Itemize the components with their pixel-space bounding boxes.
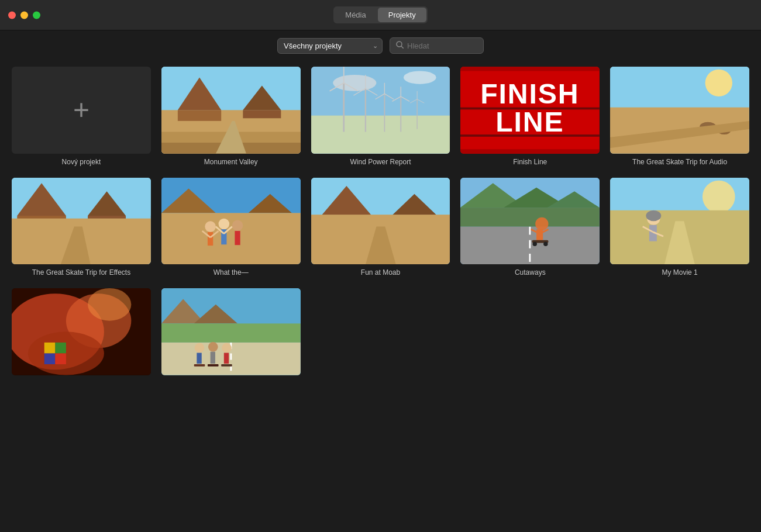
- plus-icon: +: [73, 96, 89, 124]
- svg-rect-63: [161, 213, 301, 264]
- project-thumbnail-what-the: [161, 178, 301, 265]
- project-item12[interactable]: [161, 288, 301, 379]
- projects-area: + Nový projekt: [0, 61, 761, 530]
- project-thumbnail-cutaways: [460, 178, 600, 265]
- close-button[interactable]: [8, 11, 16, 19]
- filter-select[interactable]: Všechny projekty Filmy Upoutávky: [277, 38, 383, 54]
- svg-rect-120: [161, 324, 301, 343]
- svg-rect-16: [311, 116, 450, 154]
- search-icon: [396, 41, 404, 50]
- svg-rect-115: [55, 354, 66, 365]
- svg-text:LINE: LINE: [496, 106, 564, 137]
- project-cutaways[interactable]: Cutaways: [460, 178, 600, 277]
- title-bar: Média Projekty: [0, 0, 761, 30]
- svg-rect-128: [224, 353, 229, 364]
- traffic-lights: [8, 11, 40, 19]
- svg-point-64: [205, 221, 216, 232]
- project-name-monument-valley: Monument Valley: [204, 158, 258, 166]
- project-name-fun-at-moab: Fun at Moab: [361, 268, 400, 277]
- svg-line-1: [401, 46, 404, 49]
- svg-point-125: [208, 342, 218, 352]
- project-name-my-movie: My Movie 1: [662, 268, 697, 277]
- project-thumbnail-monument-valley: [161, 67, 301, 154]
- svg-rect-114: [44, 354, 56, 365]
- svg-rect-8: [243, 110, 281, 118]
- svg-point-90: [536, 217, 549, 230]
- project-name-what-the: What the—: [214, 268, 249, 277]
- svg-rect-91: [536, 229, 543, 240]
- svg-rect-130: [208, 364, 219, 367]
- project-name-great-skate-audio: The Great Skate Trip for Audio: [632, 158, 727, 166]
- search-input[interactable]: [407, 42, 477, 50]
- svg-rect-112: [44, 343, 56, 354]
- project-thumbnail-fun-at-moab: [311, 178, 450, 265]
- svg-point-68: [232, 220, 243, 231]
- project-thumbnail-great-skate-effects: [12, 178, 151, 265]
- project-great-skate-audio[interactable]: The Great Skate Trip for Audio: [610, 67, 749, 166]
- project-thumbnail-my-movie: [610, 178, 749, 265]
- project-wind-power[interactable]: Wind Power Report: [311, 67, 450, 166]
- project-finish-line[interactable]: FINISH LINE Finish Line: [460, 67, 600, 166]
- project-item11[interactable]: [12, 288, 151, 379]
- project-monument-valley[interactable]: Monument Valley: [161, 67, 301, 166]
- svg-point-111: [88, 288, 131, 321]
- svg-point-127: [222, 343, 232, 353]
- projects-grid: + Nový projekt: [12, 67, 749, 379]
- svg-rect-6: [178, 110, 221, 121]
- svg-rect-69: [235, 231, 240, 245]
- tab-media[interactable]: Média: [335, 8, 376, 22]
- svg-rect-65: [208, 232, 213, 246]
- project-fun-at-moab[interactable]: Fun at Moab: [311, 178, 450, 277]
- project-thumbnail-item11: [12, 288, 151, 375]
- search-wrapper: [390, 37, 484, 54]
- svg-rect-129: [194, 364, 205, 367]
- svg-rect-38: [460, 67, 600, 71]
- project-name-cutaways: Cutaways: [515, 268, 546, 277]
- svg-point-15: [404, 71, 436, 84]
- svg-point-123: [194, 343, 204, 353]
- svg-point-66: [218, 218, 229, 229]
- svg-rect-89: [460, 208, 600, 227]
- project-thumbnail-finish-line: FINISH LINE: [460, 67, 600, 154]
- filter-wrapper: Všechny projekty Filmy Upoutávky ⌄: [277, 38, 383, 54]
- svg-rect-43: [460, 134, 600, 137]
- svg-rect-131: [221, 364, 232, 367]
- svg-rect-113: [55, 343, 66, 354]
- svg-rect-124: [197, 353, 201, 364]
- project-great-skate-effects[interactable]: The Great Skate Trip for Effects: [12, 178, 151, 277]
- project-thumbnail-item12: [161, 288, 301, 375]
- svg-point-96: [544, 241, 548, 246]
- svg-point-46: [705, 70, 732, 96]
- project-thumbnail-great-skate-audio: [610, 67, 749, 154]
- project-name-finish-line: Finish Line: [513, 158, 547, 166]
- project-name-great-skate-effects: The Great Skate Trip for Effects: [32, 268, 131, 277]
- svg-rect-39: [460, 149, 600, 153]
- maximize-button[interactable]: [33, 11, 40, 19]
- project-new[interactable]: + Nový projekt: [12, 67, 151, 166]
- project-name-wind-power: Wind Power Report: [350, 158, 411, 166]
- tab-group: Média Projekty: [333, 6, 427, 23]
- svg-point-99: [703, 180, 735, 213]
- project-thumbnail-wind-power: [311, 67, 450, 154]
- svg-rect-42: [460, 108, 600, 110]
- project-name-new: Nový projekt: [62, 158, 101, 166]
- tab-projects[interactable]: Projekty: [378, 8, 426, 22]
- project-what-the[interactable]: What the—: [161, 178, 301, 277]
- toolbar: Všechny projekty Filmy Upoutávky ⌄: [0, 30, 761, 61]
- minimize-button[interactable]: [20, 11, 28, 19]
- svg-point-95: [533, 241, 537, 246]
- svg-rect-126: [210, 352, 215, 364]
- svg-point-106: [646, 210, 662, 221]
- new-project-thumbnail: +: [12, 67, 151, 154]
- project-my-movie[interactable]: My Movie 1: [610, 178, 749, 277]
- svg-text:FINISH: FINISH: [481, 78, 580, 109]
